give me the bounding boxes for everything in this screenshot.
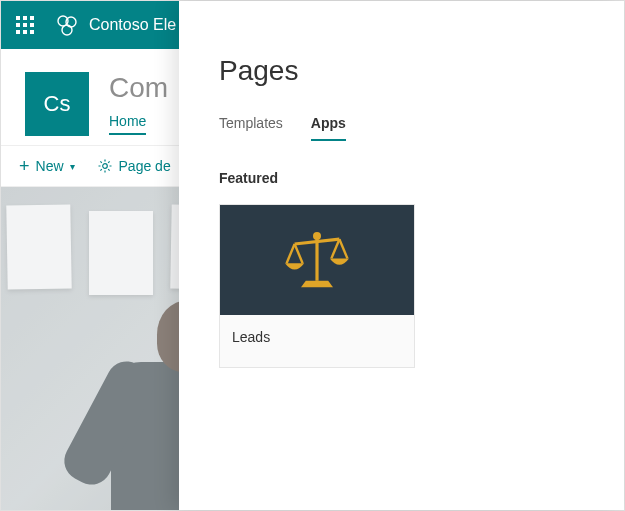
app-tile-leads[interactable]: Leads — [219, 204, 415, 368]
page-details-button[interactable]: Page de — [97, 158, 171, 174]
svg-line-8 — [295, 244, 303, 263]
site-title: Com — [109, 73, 168, 104]
nav-home[interactable]: Home — [109, 113, 146, 135]
app-launcher-icon[interactable] — [9, 9, 41, 41]
pages-panel: Pages Templates Apps Featured — [179, 1, 624, 510]
plus-icon: + — [19, 157, 30, 175]
featured-label: Featured — [219, 170, 584, 186]
gear-icon — [97, 158, 113, 174]
site-nav: Home — [109, 112, 168, 135]
svg-point-2 — [62, 25, 72, 35]
new-button[interactable]: + New ▾ — [19, 157, 75, 175]
tab-apps[interactable]: Apps — [311, 115, 346, 141]
svg-line-7 — [287, 244, 295, 263]
suite-title: Contoso Ele — [89, 16, 176, 34]
svg-point-3 — [102, 164, 107, 169]
new-button-label: New — [36, 158, 64, 174]
page-details-label: Page de — [119, 158, 171, 174]
site-logo[interactable]: Cs — [25, 72, 89, 136]
svg-point-6 — [313, 232, 321, 240]
chevron-down-icon: ▾ — [70, 161, 75, 172]
scales-icon — [220, 205, 414, 315]
tab-templates[interactable]: Templates — [219, 115, 283, 141]
panel-tabs: Templates Apps — [219, 115, 584, 142]
panel-title: Pages — [219, 55, 584, 87]
svg-line-9 — [331, 239, 339, 258]
svg-line-10 — [339, 239, 347, 258]
app-tile-label: Leads — [220, 315, 414, 367]
sharepoint-logo-icon — [55, 13, 79, 37]
